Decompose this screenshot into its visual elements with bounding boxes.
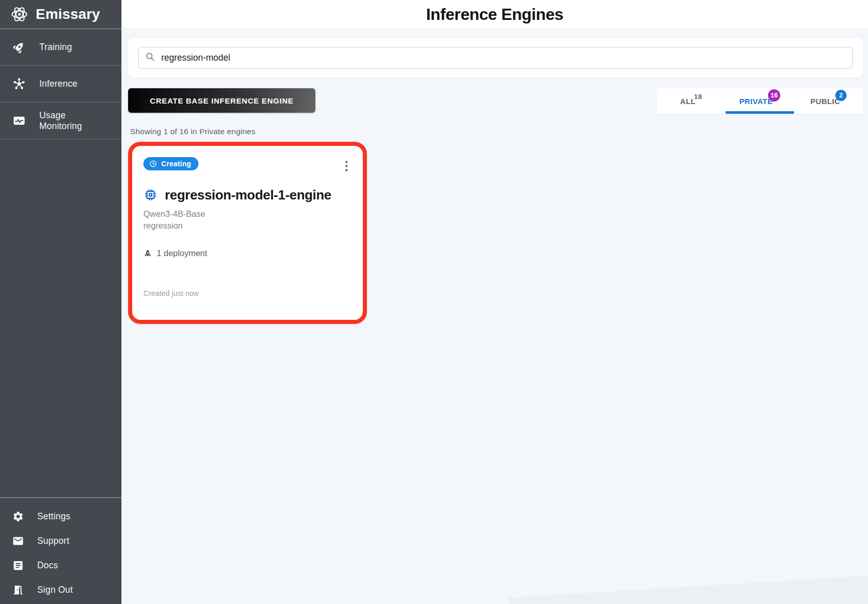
visibility-tabs: ALL18 PRIVATE16 PUBLIC2: [657, 88, 863, 114]
sidebar-item-label: Support: [37, 536, 69, 546]
status-badge: Creating: [143, 157, 199, 170]
sidebar-item-inference[interactable]: Inference: [0, 66, 121, 103]
sidebar-item-usage-monitoring[interactable]: Usage Monitoring: [0, 103, 121, 139]
tab-all[interactable]: ALL18: [657, 88, 726, 114]
create-base-inference-engine-button[interactable]: CREATE BASE INFERENCE ENGINE: [128, 88, 315, 113]
tab-private[interactable]: PRIVATE16: [726, 88, 795, 114]
document-icon: [12, 560, 24, 571]
deployment-row: 1 deployment: [143, 248, 351, 258]
sidebar-item-sign-out[interactable]: Sign Out: [0, 577, 121, 602]
search-box[interactable]: [138, 47, 853, 69]
engine-name: regression-model-1-engine: [165, 187, 331, 203]
created-timestamp: Created just now: [143, 289, 351, 297]
results-summary: Showing 1 of 16 in Private engines: [128, 127, 863, 136]
deployment-count: 1 deployment: [157, 248, 207, 258]
exit-door-icon: [12, 584, 24, 596]
tab-label: ALL: [680, 97, 696, 106]
sidebar-item-settings[interactable]: Settings: [0, 504, 121, 528]
engine-base-model: Qwen3-4B-Base: [143, 208, 351, 220]
gear-icon: [12, 511, 24, 522]
tab-count-badge: 16: [768, 89, 780, 102]
page-header: Inference Engines: [121, 0, 868, 29]
chip-icon: [143, 188, 158, 202]
app-name: Emissary: [36, 6, 100, 22]
status-label: Creating: [161, 160, 191, 168]
sidebar-item-label: Docs: [37, 560, 58, 571]
sidebar-item-label: Usage Monitoring: [39, 110, 109, 132]
sidebar-item-docs[interactable]: Docs: [0, 553, 121, 577]
search-panel: [128, 38, 863, 78]
sidebar-item-training[interactable]: Training: [0, 29, 121, 66]
more-options-button[interactable]: [342, 159, 351, 173]
tab-public[interactable]: PUBLIC2: [794, 88, 863, 114]
sidebar-item-label: Training: [39, 42, 72, 53]
sidebar-item-label: Sign Out: [37, 585, 73, 595]
page-content: CREATE BASE INFERENCE ENGINE ALL18 PRIVA…: [121, 29, 868, 324]
molecule-icon: [12, 77, 26, 91]
background-wedge: [509, 563, 868, 604]
sidebar-item-label: Settings: [37, 511, 70, 522]
clock-icon: [149, 160, 157, 168]
sidebar-footer-nav: Settings Support Docs: [0, 497, 121, 604]
engine-task: regression: [143, 220, 351, 232]
rocket-icon: [12, 40, 26, 54]
engine-card-header: Creating: [143, 157, 351, 173]
active-tab-underline: [726, 111, 795, 114]
emissary-logo-icon: [9, 4, 30, 24]
sidebar-nav: Training Inference: [0, 29, 121, 139]
page-title: Inference Engines: [426, 5, 563, 24]
app-logo[interactable]: Emissary: [0, 0, 121, 29]
main-area: Inference Engines CREATE BASE INFERENCE …: [121, 0, 868, 604]
engine-title-row: regression-model-1-engine: [143, 187, 351, 203]
deployment-rocket-icon: [143, 249, 152, 258]
search-input[interactable]: [161, 53, 846, 63]
app-root: Emissary Training: [0, 0, 868, 604]
search-icon: [145, 52, 156, 64]
toolbar: CREATE BASE INFERENCE ENGINE ALL18 PRIVA…: [128, 88, 863, 114]
highlight-annotation-border: Creating regression-model-1-engine Qwen3…: [128, 142, 367, 324]
tab-label: PRIVATE: [739, 97, 773, 106]
engine-card[interactable]: Creating regression-model-1-engine Qwen3…: [132, 146, 363, 320]
sidebar-item-support[interactable]: Support: [0, 528, 121, 553]
monitoring-chart-icon: [12, 114, 26, 128]
mail-icon: [12, 535, 24, 547]
sidebar: Emissary Training: [0, 0, 121, 604]
tab-count-badge: 2: [835, 90, 847, 101]
sidebar-item-label: Inference: [39, 79, 78, 89]
tab-count: 18: [694, 93, 702, 100]
